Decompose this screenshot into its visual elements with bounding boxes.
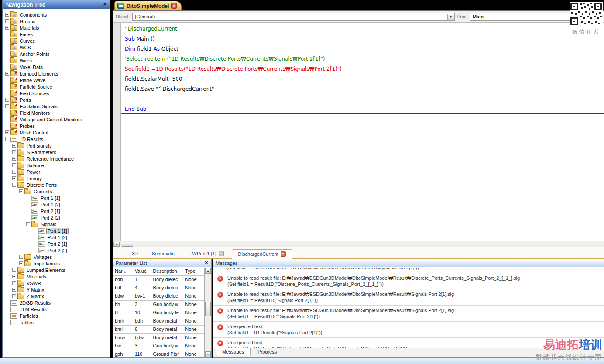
table-row[interactable]: bdl4Body dielecNone [113, 284, 204, 292]
tree-item-port-1-2[interactable]: Port 1 [2] [3, 201, 110, 208]
tree-item-tables[interactable]: Tables [3, 319, 110, 326]
expand-plus-icon[interactable]: + [5, 13, 9, 17]
tab-progress[interactable]: Progress [251, 348, 283, 356]
tree-item-lumped-elements[interactable]: +Lumped Elements [3, 267, 110, 273]
tab-dito-simple-model[interactable]: DitoSimpleModel × [114, 1, 182, 10]
view-tab-port-1-1[interactable]: ...₩Port 1 [1]× [182, 249, 230, 258]
collapse-minus-icon[interactable]: − [26, 222, 30, 226]
table-row[interactable]: bh3Gun body wNone [113, 301, 204, 309]
tree-item-1d-results[interactable]: −1D Results [3, 136, 110, 142]
expand-plus-icon[interactable]: + [5, 26, 9, 30]
tree-item-impedances[interactable]: +Impedances [3, 260, 110, 267]
view-tab-3d[interactable]: 3D [126, 249, 144, 258]
table-row[interactable]: bw3Gun body wNone [113, 342, 204, 350]
collapse-minus-icon[interactable]: − [5, 137, 9, 141]
expand-plus-icon[interactable]: + [5, 104, 9, 108]
tree-item-wcs[interactable]: WCS [3, 44, 110, 51]
code-area[interactable]: ' DischargedCurrentSub Main ()Dim field1… [113, 23, 604, 241]
tree-item-farfield-source[interactable]: Farfield Source [3, 83, 110, 90]
tree-item-wires[interactable]: Wires [3, 57, 110, 64]
expand-plus-icon[interactable]: + [5, 19, 9, 23]
close-icon[interactable]: × [102, 2, 108, 8]
tree-item-port-1-1[interactable]: Port 1 [1] [3, 227, 110, 234]
expand-plus-icon[interactable]: + [12, 163, 16, 167]
expand-plus-icon[interactable]: + [12, 176, 16, 180]
expand-plus-icon[interactable]: + [12, 150, 16, 154]
tree-item-plane-wave[interactable]: Plane Wave [3, 77, 110, 83]
column-header-value[interactable]: Value [133, 268, 151, 275]
tree-item-balance[interactable]: +Balance [3, 162, 110, 168]
expand-plus-icon[interactable]: + [12, 294, 16, 298]
tab-messages[interactable]: Messages [216, 348, 251, 356]
tree-item-port-signals[interactable]: +Port signals [3, 142, 110, 149]
table-row[interactable]: bml6Body metalNone [113, 326, 204, 334]
message-item[interactable]: ✕Unable to read result file: E:₩Jawad₩ES… [213, 289, 604, 306]
tree-item-energy[interactable]: +Energy [3, 175, 110, 182]
table-row[interactable]: bmhbdhBody metalNone [113, 317, 204, 326]
tree-item-port-2-1[interactable]: Port 2 [1] [3, 240, 110, 247]
scroll-down-arrow-icon[interactable]: ▼ [205, 351, 211, 357]
tree-item-groups[interactable]: +Groups [3, 18, 110, 24]
expand-plus-icon[interactable]: + [19, 255, 23, 259]
tree-item-vswr[interactable]: +VSWR [3, 280, 110, 286]
close-icon[interactable]: × [171, 3, 177, 9]
expand-plus-icon[interactable]: + [5, 130, 9, 134]
tree-item-port-2-2[interactable]: Port 2 [2] [3, 247, 110, 254]
expand-plus-icon[interactable]: + [12, 275, 16, 278]
column-header-nar[interactable]: Nar▵ [113, 268, 133, 275]
collapse-minus-icon[interactable]: − [12, 183, 16, 187]
table-row[interactable]: gph110Ground PlarNone [113, 350, 204, 357]
table-row[interactable]: bl10Gun body leNone [113, 309, 204, 317]
expand-plus-icon[interactable]: + [12, 170, 16, 174]
tree-item-reference-impedance[interactable]: +Reference Impedance [3, 155, 110, 162]
close-icon[interactable]: × [219, 251, 224, 256]
table-row[interactable]: bdwbw-1Body dielecNone [113, 292, 204, 301]
expand-plus-icon[interactable]: + [5, 98, 9, 102]
message-item[interactable]: ✕Unexpected text,(Set field1 =1D Results… [213, 322, 604, 338]
scroll-up-arrow-icon[interactable]: ▲ [205, 268, 211, 274]
parameter-scrollbar[interactable]: ▲ ≡ ▼ [204, 268, 211, 357]
column-header-type[interactable]: Type [183, 268, 204, 275]
tree-item-voxel-data[interactable]: Voxel Data [3, 64, 110, 70]
view-tab-dischargedcurrent[interactable]: DischargedCurrent× [232, 249, 292, 259]
tree-item-field-monitors[interactable]: Field Monitors [3, 110, 110, 116]
tree-item-y-matrix[interactable]: +Y Matrix [3, 286, 110, 293]
tree-item-signals[interactable]: −Signals [3, 221, 110, 227]
tree-item-discrete-ports[interactable]: −Discrete Ports [3, 182, 110, 188]
table-row[interactable]: bmwbdwBody metalNone [113, 334, 204, 342]
collapse-minus-icon[interactable]: − [19, 189, 23, 193]
tree-item-farfields[interactable]: Farfields [3, 312, 110, 319]
scroll-left-arrow-icon[interactable]: ◄ [113, 242, 120, 247]
tree-item-anchor-points[interactable]: Anchor Points [3, 51, 110, 57]
close-icon[interactable]: × [203, 260, 209, 266]
message-item[interactable]: ✕Unable to read result file: E:₩Jawad₩ES… [213, 306, 604, 322]
message-item[interactable]: ✕Unable to read result file: E:₩Jawad₩ES… [213, 273, 604, 289]
tree-item-currents[interactable]: −Currents [3, 188, 110, 195]
tree-item-lumped-elements[interactable]: +Lumped Elements [3, 70, 110, 77]
tree-item-probes[interactable]: Probes [3, 123, 110, 129]
expand-plus-icon[interactable]: + [12, 157, 16, 161]
tree-item-s-parameters[interactable]: +S-Parameters [3, 149, 110, 155]
tree-item-field-sources[interactable]: Field Sources [3, 90, 110, 96]
tree-item-voltage-and-current-monitors[interactable]: Voltage and Current Monitors [3, 116, 110, 123]
tree-item-ports[interactable]: +Ports [3, 96, 110, 103]
tree-item-z-matrix[interactable]: +Z Matrix [3, 293, 110, 299]
editor-horizontal-scrollbar[interactable]: ◄ [113, 241, 604, 247]
expand-plus-icon[interactable]: + [12, 288, 16, 292]
view-tab-schematic[interactable]: Schematic [146, 249, 180, 258]
object-dropdown[interactable]: (General) ▼ [132, 13, 455, 21]
tree-item-faces[interactable]: Faces [3, 31, 110, 38]
expand-plus-icon[interactable]: + [12, 268, 16, 272]
table-row[interactable]: bdh1Body dielecNone [113, 276, 204, 284]
tree-item-port-2-2[interactable]: Port 2 [2] [3, 214, 110, 221]
tree-item-materials[interactable]: +Materials [3, 273, 110, 280]
tree-item-port-1-1[interactable]: Port 1 [1] [3, 195, 110, 201]
tree-item-tlm-results[interactable]: TLM Results [3, 306, 110, 312]
column-header-description[interactable]: Description [151, 268, 184, 275]
tree-item-curves[interactable]: Curves [3, 38, 110, 44]
tree-item-port-2-1[interactable]: Port 2 [1] [3, 208, 110, 214]
scrollbar-thumb[interactable] [122, 242, 133, 247]
close-icon[interactable]: × [281, 251, 286, 257]
expand-plus-icon[interactable]: + [19, 261, 23, 265]
tree-item-excitation-signals[interactable]: +Excitation Signals [3, 103, 110, 110]
